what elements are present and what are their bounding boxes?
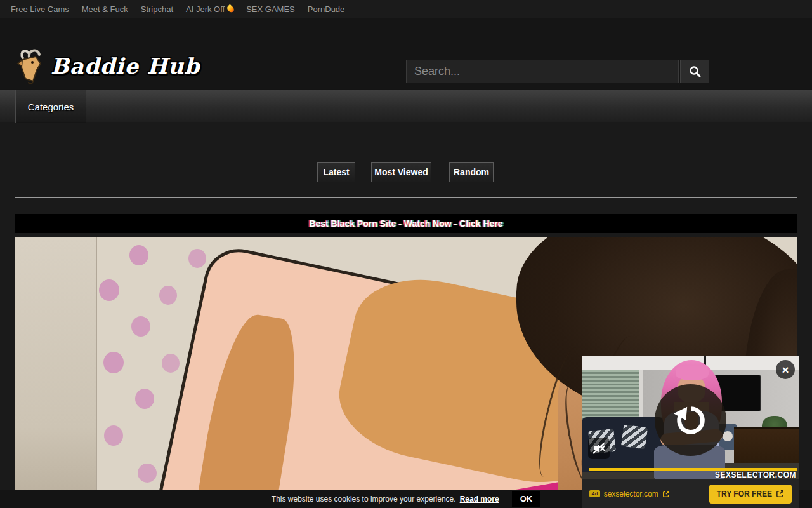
chevron-pillow: [621, 425, 648, 450]
toplink-label: Meet & Fuck: [82, 4, 128, 14]
external-link-icon: [662, 490, 670, 498]
replay-button[interactable]: [655, 384, 726, 456]
polka-dot: [138, 464, 157, 483]
toplink-label: SEX GAMES: [246, 4, 295, 14]
text-ad-banner[interactable]: Best Black Porn Site - Watch Now - Click…: [15, 214, 797, 233]
toplink-label: PornDude: [308, 4, 345, 14]
polka-dot: [129, 245, 148, 265]
wall: [15, 237, 96, 508]
cta-label: TRY FOR FREE: [717, 490, 772, 498]
ad-scene-side-table: [723, 431, 733, 441]
site-logo[interactable]: Baddie Hub: [14, 48, 200, 84]
replay-arrow-icon: [672, 402, 709, 439]
polka-dot: [162, 354, 180, 373]
toplink-ai-jerk-off[interactable]: AI Jerk Off: [180, 4, 239, 14]
polka-dot: [131, 316, 150, 337]
external-link-icon: [776, 490, 784, 498]
search-button[interactable]: [680, 60, 709, 83]
toplink-label: Stripchat: [141, 4, 173, 14]
polka-dot: [159, 286, 177, 305]
toplink-label: AI Jerk Off: [186, 4, 225, 14]
tab-most-viewed[interactable]: Most Viewed: [371, 162, 431, 182]
polka-dot: [135, 389, 154, 409]
cookie-message: This website uses cookies to improve you…: [272, 495, 456, 504]
page: Free Live Cams Meet & Fuck Stripchat AI …: [0, 0, 812, 508]
muted-speaker-icon: [593, 443, 605, 454]
main-nav: Categories: [0, 89, 812, 122]
close-icon: ×: [782, 364, 789, 376]
toplink-sex-games[interactable]: SEX GAMES: [240, 4, 301, 14]
magnifier-icon: [689, 65, 701, 77]
polka-dot: [99, 279, 119, 301]
ad-brand-watermark: SEXSELECTOR.COM: [715, 471, 796, 479]
tab-latest[interactable]: Latest: [317, 162, 355, 182]
site-header: Baddie Hub: [0, 18, 812, 89]
banner-text: Best Black Porn Site - Watch Now - Click…: [309, 218, 502, 229]
search-bar: [406, 60, 709, 83]
divider: [15, 197, 797, 198]
ad-site-link[interactable]: Ad sexselector.com: [589, 490, 670, 498]
divider: [15, 147, 797, 147]
polka-dot: [103, 352, 124, 373]
video-ad-player[interactable]: × SEXSELECTOR.COM: [582, 356, 799, 479]
toplink-meet-and-fuck[interactable]: Meet & Fuck: [76, 4, 134, 14]
top-links-bar: Free Live Cams Meet & Fuck Stripchat AI …: [0, 0, 812, 18]
ad-site-text: sexselector.com: [604, 490, 658, 498]
cookie-ok-button[interactable]: OK: [512, 491, 541, 507]
toplink-label: Free Live Cams: [11, 4, 69, 14]
polka-dot: [104, 425, 123, 446]
wall-corner-line: [96, 237, 97, 508]
ad-badge: Ad: [589, 490, 600, 497]
logo-text: Baddie Hub: [51, 53, 200, 79]
close-ad-button[interactable]: ×: [776, 360, 795, 379]
toplink-porndude[interactable]: PornDude: [302, 4, 351, 14]
search-input[interactable]: [406, 60, 679, 83]
try-for-free-button[interactable]: TRY FOR FREE: [709, 485, 792, 504]
toplink-free-live-cams[interactable]: Free Live Cams: [5, 4, 75, 14]
tab-random[interactable]: Random: [449, 162, 494, 182]
toplink-stripchat[interactable]: Stripchat: [135, 4, 179, 14]
ad-footer-bar: Ad sexselector.com TRY FOR FREE: [582, 479, 799, 508]
ad-woman-bangs: [676, 366, 709, 380]
goat-icon: [14, 48, 47, 84]
cookie-read-more-link[interactable]: Read more: [460, 495, 499, 504]
nav-item-categories[interactable]: Categories: [15, 90, 86, 123]
fire-icon: [226, 4, 235, 14]
mute-button[interactable]: [588, 438, 610, 459]
polka-dot: [188, 249, 206, 268]
